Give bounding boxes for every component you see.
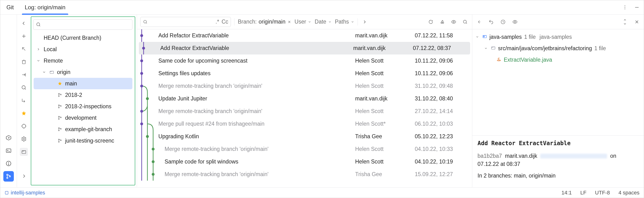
branch-remote-group[interactable]: Remote	[31, 55, 135, 66]
commit-row[interactable]: Settings files updatesHelen Scott10.11.2…	[137, 67, 472, 80]
commit-on: on	[610, 153, 616, 159]
commit-row[interactable]: Add Refactor ExtractVariablemarit.van.di…	[137, 29, 472, 42]
svg-point-9	[8, 164, 8, 165]
close-icon[interactable]	[288, 20, 291, 24]
cherry-pick-icon[interactable]	[439, 18, 446, 25]
branch-origin-development[interactable]: development	[31, 112, 135, 123]
favorite-star-icon[interactable]	[20, 109, 28, 117]
commit-message: Merge remote-tracking branch 'origin/mai…	[158, 171, 355, 178]
commits-search-input[interactable]: .* Cc	[140, 17, 231, 27]
delete-icon[interactable]	[20, 58, 28, 66]
close-right-panel-icon[interactable]	[633, 18, 640, 25]
branches-panel: HEAD (Current Branch) Local Remote origi…	[31, 16, 135, 185]
commit-author: marit.van.dijk	[355, 32, 415, 39]
branch-origin-group[interactable]: origin	[31, 66, 135, 78]
status-caret[interactable]: 14:1	[562, 190, 572, 196]
settings-gear-icon[interactable]	[20, 135, 28, 143]
branch-origin-junit-testing[interactable]: junit-testing-screenc	[31, 135, 135, 146]
commit-graph	[137, 155, 158, 168]
commit-row[interactable]: Upgrading KotlinTrisha Gee05.10.22, 12:2…	[137, 130, 472, 143]
git-tool-icon[interactable]	[3, 171, 14, 182]
refresh-icon[interactable]	[427, 18, 434, 25]
revert-icon[interactable]	[488, 18, 495, 25]
commit-message: Update Junit Jupiter	[158, 96, 355, 102]
branch-local-group[interactable]: Local	[31, 44, 135, 55]
commit-row[interactable]: Sample code for split windowsHelen Scott…	[137, 155, 472, 168]
commit-list[interactable]: Add Refactor ExtractVariablemarit.van.di…	[137, 29, 472, 187]
status-project[interactable]: intellij-samples	[4, 190, 45, 196]
eye-icon[interactable]	[512, 18, 518, 25]
collapse-icon[interactable]	[20, 19, 28, 27]
svg-point-48	[58, 141, 60, 142]
branch-origin-main[interactable]: main	[34, 78, 132, 89]
tree-path[interactable]: src/main/java/com/jetbrains/refactoring …	[476, 43, 640, 54]
expand-collapse-icon[interactable]	[621, 18, 628, 25]
branch-remote-label: Remote	[44, 58, 63, 64]
user-filter[interactable]: User	[294, 18, 312, 25]
commit-row[interactable]: Update Junit Jupitermarit.van.dijk31.10.…	[137, 92, 472, 105]
svg-rect-5	[6, 149, 11, 152]
svg-point-57	[464, 20, 466, 23]
case-toggle[interactable]: Cc	[222, 18, 228, 25]
svg-point-68	[140, 85, 143, 88]
commit-row[interactable]: Same code for upcoming screencastHelen S…	[137, 55, 472, 67]
fetch-icon[interactable]	[20, 84, 28, 92]
regex-toggle[interactable]: .*	[216, 18, 219, 25]
commit-row[interactable]: Merge remote-tracking branch 'origin/mai…	[137, 80, 472, 92]
tree-root-label: java-samples	[490, 34, 522, 40]
expand-icon[interactable]	[20, 172, 28, 180]
branch-origin-2018-2[interactable]: 2018-2	[31, 89, 135, 101]
jump-to-source-icon[interactable]	[476, 18, 483, 25]
status-eol[interactable]: LF	[580, 190, 586, 196]
branch-head[interactable]: HEAD (Current Branch)	[31, 32, 135, 44]
tree-root[interactable]: java-samples 1 file java-samples	[476, 31, 640, 43]
svg-line-15	[22, 48, 25, 50]
commit-date: 10.11.22, 09:06	[415, 70, 467, 77]
terminal-icon[interactable]	[3, 145, 14, 156]
commit-row[interactable]: Merge pull request #24 from trishagee/ma…	[137, 117, 472, 130]
svg-line-51	[146, 23, 147, 23]
chevron-right-icon[interactable]	[361, 18, 368, 25]
branch-filter[interactable]: Branch: origin/main	[238, 18, 291, 25]
commit-date: 04.10.22, 10:33	[415, 146, 467, 152]
commit-message: Merge remote-tracking branch 'origin/mai…	[158, 108, 355, 114]
log-tab[interactable]: Log: origin/main	[22, 0, 68, 14]
changes-tree[interactable]: java-samples 1 file java-samples src/mai…	[472, 29, 644, 66]
new-branch-plus-icon[interactable]	[20, 32, 28, 40]
commit-row[interactable]: Merge remote-tracking branch 'origin/mai…	[137, 105, 472, 117]
commit-graph	[137, 67, 158, 80]
problems-icon[interactable]	[3, 158, 14, 169]
branch-origin-example-git-branch[interactable]: example-git-branch	[31, 123, 135, 135]
commit-row[interactable]: Merge remote-tracking branch 'origin/mai…	[137, 143, 472, 155]
hide-icon[interactable]	[633, 4, 640, 11]
more-icon[interactable]	[621, 4, 628, 11]
status-indent[interactable]: 4 spaces	[618, 190, 640, 196]
status-bar: intellij-samples 14:1 LF UTF-8 4 spaces	[0, 187, 644, 198]
history-icon[interactable]	[500, 18, 506, 25]
compare-diff-icon[interactable]	[20, 71, 28, 79]
commit-row[interactable]: Merge remote-tracking branch 'origin/mai…	[137, 168, 472, 181]
tool-window-tabs: Git Log: origin/main	[0, 0, 644, 14]
eye-preview-icon[interactable]	[450, 18, 457, 25]
branches-search-input[interactable]	[33, 19, 132, 30]
changes-toolbar	[472, 14, 644, 29]
date-filter[interactable]: Date	[314, 18, 332, 25]
commit-row[interactable]: Add Reactor ExtractVariablemarit.van.dij…	[139, 42, 470, 55]
commit-details-title: Add Reactor ExtractVariable	[478, 140, 638, 147]
commit-message: Merge pull request #24 from trishagee/ma…	[158, 121, 355, 127]
paths-filter[interactable]: Paths	[335, 18, 354, 25]
status-encoding[interactable]: UTF-8	[595, 190, 610, 196]
group-by-dir-icon[interactable]	[20, 148, 28, 156]
commit-hash: ba1b2ba7	[478, 153, 502, 159]
checkout-icon[interactable]	[20, 45, 28, 53]
target-icon[interactable]	[20, 122, 28, 130]
search-icon[interactable]	[462, 18, 469, 25]
svg-point-74	[140, 110, 143, 113]
left-edge-gutter	[0, 14, 17, 187]
git-tab[interactable]: Git	[4, 0, 17, 14]
svg-point-1	[625, 7, 626, 8]
services-icon[interactable]	[3, 133, 14, 143]
branch-origin-2018-2-inspections[interactable]: 2018-2-inspections	[31, 101, 135, 112]
tree-file[interactable]: ExtractVariable.java	[476, 54, 640, 65]
show-diff-arrow-icon[interactable]	[20, 97, 28, 104]
